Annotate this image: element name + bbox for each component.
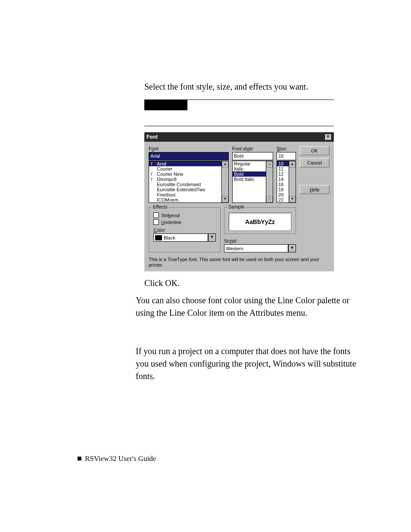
- scroll-down-icon: ▼: [289, 196, 296, 202]
- scroll-up-icon: ▲: [289, 161, 296, 168]
- help-button[interactable]: Help: [299, 185, 330, 194]
- font-dialog: Font × Font: Arial TArial Courier TCouri…: [144, 132, 334, 271]
- divider: [144, 126, 334, 126]
- font-label: Font:: [149, 146, 229, 151]
- list-item: 14: [277, 177, 289, 182]
- list-item: 20: [277, 192, 289, 197]
- script-label: Script:: [224, 238, 296, 243]
- color-combo[interactable]: Black ▼: [153, 233, 216, 242]
- size-label: Size:: [277, 146, 296, 151]
- color-swatch-icon: [155, 235, 162, 240]
- close-icon[interactable]: ×: [324, 134, 332, 140]
- scroll-down-icon: ▼: [222, 196, 228, 202]
- list-item: TDixonpc8: [149, 177, 222, 182]
- truetype-icon: T: [150, 177, 156, 182]
- checkbox-icon: [153, 212, 159, 218]
- body-paragraph: If you run a project on a computer that …: [136, 345, 359, 383]
- scrollbar[interactable]: ▲▼: [221, 161, 229, 203]
- list-item: Regular: [233, 161, 266, 166]
- list-item: TArial: [149, 161, 222, 166]
- list-item: Eurostile Condensed: [149, 182, 222, 187]
- sample-group: Sample AaBbYyZz: [224, 207, 296, 234]
- step-text: Click OK.: [144, 278, 359, 288]
- list-item: 12: [277, 171, 289, 177]
- cancel-button[interactable]: Cancel: [299, 158, 330, 168]
- bullet-icon: [78, 457, 81, 460]
- list-item: Courier: [149, 166, 222, 171]
- list-item: ICOMoem: [149, 197, 222, 202]
- list-item: 11: [277, 166, 289, 171]
- script-combo[interactable]: Western ▼: [224, 244, 296, 252]
- effects-group: Effects Strikeout Underline Color: Black…: [149, 207, 221, 252]
- list-item: Eurostile ExtendedTwo: [149, 187, 222, 192]
- scroll-up-icon: ▲: [222, 161, 228, 168]
- scroll-down-icon: ▼: [266, 196, 273, 202]
- chevron-down-icon[interactable]: ▼: [208, 233, 216, 242]
- chevron-down-icon[interactable]: ▼: [288, 244, 296, 252]
- dialog-title: Font: [146, 134, 158, 140]
- size-input[interactable]: 10: [277, 152, 296, 160]
- font-input[interactable]: Arial: [149, 152, 229, 160]
- list-item: Fixedsys: [149, 192, 222, 197]
- list-item: Bold: [233, 171, 266, 177]
- list-item: 18: [277, 187, 289, 192]
- redacted-block: [144, 100, 187, 110]
- scrollbar: ▲▼: [266, 161, 273, 203]
- truetype-icon: T: [150, 171, 156, 177]
- ok-button[interactable]: OK: [299, 146, 330, 156]
- truetype-icon: T: [150, 161, 156, 166]
- instruction-text: Select the font style, size, and effects…: [144, 82, 359, 92]
- list-item: 22: [277, 197, 289, 202]
- checkbox-icon: [153, 219, 159, 225]
- list-item: 16: [277, 182, 289, 187]
- strikeout-checkbox[interactable]: Strikeout: [153, 212, 216, 218]
- list-item: Italic: [233, 166, 266, 171]
- font-note: This is a TrueType font. This same font …: [149, 257, 330, 268]
- list-item: 10: [277, 161, 289, 166]
- sample-text: AaBbYyZz: [229, 213, 291, 231]
- scroll-up-icon: ▲: [266, 161, 273, 168]
- sample-legend: Sample: [227, 204, 246, 209]
- list-item: TCourier New: [149, 171, 222, 177]
- style-input[interactable]: Bold: [232, 152, 273, 160]
- body-paragraph: You can also choose font color using the…: [136, 294, 359, 319]
- underline-checkbox[interactable]: Underline: [153, 219, 216, 225]
- style-label: Font style:: [232, 146, 273, 151]
- font-list[interactable]: TArial Courier TCourier New TDixonpc8 Eu…: [149, 161, 229, 203]
- color-label: Color:: [153, 227, 216, 233]
- effects-legend: Effects: [152, 204, 168, 209]
- page-footer: RSView32 User's Guide: [78, 454, 156, 463]
- scrollbar[interactable]: ▲▼: [289, 161, 296, 203]
- list-item: Bold Italic: [233, 177, 266, 182]
- dialog-titlebar: Font ×: [144, 132, 334, 142]
